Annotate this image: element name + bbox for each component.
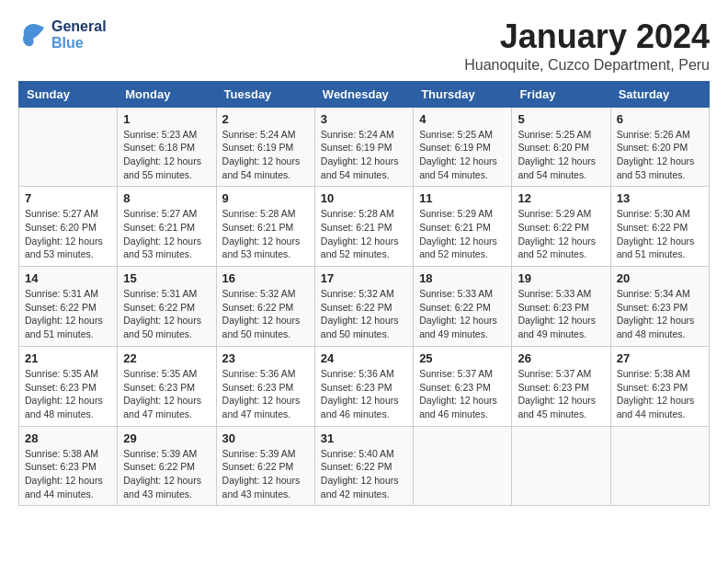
day-of-week-header: Wednesday [314, 81, 413, 107]
calendar-week-row: 28Sunrise: 5:38 AM Sunset: 6:23 PM Dayli… [19, 426, 710, 506]
day-info: Sunrise: 5:27 AM Sunset: 6:21 PM Dayligh… [123, 207, 210, 261]
day-number: 3 [321, 112, 407, 126]
day-number: 27 [617, 351, 703, 365]
day-number: 14 [25, 271, 111, 285]
day-info: Sunrise: 5:30 AM Sunset: 6:22 PM Dayligh… [617, 207, 703, 261]
calendar-day-cell: 16Sunrise: 5:32 AM Sunset: 6:22 PM Dayli… [216, 267, 314, 347]
day-number: 25 [419, 351, 506, 365]
day-info: Sunrise: 5:35 AM Sunset: 6:23 PM Dayligh… [123, 367, 210, 421]
day-info: Sunrise: 5:34 AM Sunset: 6:23 PM Dayligh… [617, 287, 703, 341]
day-number: 16 [222, 271, 309, 285]
day-number: 24 [321, 351, 407, 365]
calendar-day-cell [414, 426, 512, 506]
day-number: 30 [222, 431, 309, 445]
calendar-header-row: SundayMondayTuesdayWednesdayThursdayFrid… [19, 81, 710, 107]
day-of-week-header: Saturday [610, 81, 709, 107]
day-info: Sunrise: 5:26 AM Sunset: 6:20 PM Dayligh… [617, 128, 703, 182]
day-info: Sunrise: 5:24 AM Sunset: 6:19 PM Dayligh… [222, 128, 309, 182]
calendar-day-cell: 9Sunrise: 5:28 AM Sunset: 6:21 PM Daylig… [216, 187, 314, 267]
day-number: 29 [123, 431, 210, 445]
calendar-day-cell: 31Sunrise: 5:40 AM Sunset: 6:22 PM Dayli… [314, 426, 413, 506]
calendar-day-cell: 10Sunrise: 5:28 AM Sunset: 6:21 PM Dayli… [314, 187, 413, 267]
day-of-week-header: Thursday [414, 81, 512, 107]
day-info: Sunrise: 5:29 AM Sunset: 6:21 PM Dayligh… [419, 207, 506, 261]
calendar-week-row: 1Sunrise: 5:23 AM Sunset: 6:18 PM Daylig… [19, 107, 710, 187]
day-number: 26 [518, 351, 604, 365]
calendar-day-cell [19, 107, 118, 187]
page-header: General Blue January 2024 Huanoquite, Cu… [18, 18, 710, 74]
calendar-day-cell: 26Sunrise: 5:37 AM Sunset: 6:23 PM Dayli… [512, 346, 610, 426]
day-number: 28 [25, 431, 111, 445]
day-info: Sunrise: 5:23 AM Sunset: 6:18 PM Dayligh… [123, 128, 210, 182]
day-info: Sunrise: 5:38 AM Sunset: 6:23 PM Dayligh… [25, 447, 111, 501]
day-info: Sunrise: 5:32 AM Sunset: 6:22 PM Dayligh… [321, 287, 407, 341]
calendar-week-row: 7Sunrise: 5:27 AM Sunset: 6:20 PM Daylig… [19, 187, 710, 267]
calendar-week-row: 14Sunrise: 5:31 AM Sunset: 6:22 PM Dayli… [19, 267, 710, 347]
day-number: 20 [617, 271, 703, 285]
day-info: Sunrise: 5:29 AM Sunset: 6:22 PM Dayligh… [518, 207, 604, 261]
day-number: 19 [518, 271, 604, 285]
calendar-day-cell: 5Sunrise: 5:25 AM Sunset: 6:20 PM Daylig… [512, 107, 610, 187]
calendar-day-cell: 12Sunrise: 5:29 AM Sunset: 6:22 PM Dayli… [512, 187, 610, 267]
day-number: 10 [321, 191, 407, 205]
calendar-title: January 2024 [464, 18, 710, 55]
calendar-day-cell: 24Sunrise: 5:36 AM Sunset: 6:23 PM Dayli… [314, 346, 413, 426]
day-of-week-header: Monday [118, 81, 216, 107]
day-info: Sunrise: 5:33 AM Sunset: 6:22 PM Dayligh… [419, 287, 506, 341]
title-section: January 2024 Huanoquite, Cuzco Departmen… [464, 18, 710, 74]
calendar-day-cell: 19Sunrise: 5:33 AM Sunset: 6:23 PM Dayli… [512, 267, 610, 347]
calendar-day-cell: 11Sunrise: 5:29 AM Sunset: 6:21 PM Dayli… [414, 187, 512, 267]
day-info: Sunrise: 5:32 AM Sunset: 6:22 PM Dayligh… [222, 287, 309, 341]
calendar-day-cell: 14Sunrise: 5:31 AM Sunset: 6:22 PM Dayli… [19, 267, 118, 347]
calendar-day-cell: 1Sunrise: 5:23 AM Sunset: 6:18 PM Daylig… [118, 107, 216, 187]
day-info: Sunrise: 5:37 AM Sunset: 6:23 PM Dayligh… [419, 367, 506, 421]
day-number: 21 [25, 351, 111, 365]
day-number: 6 [617, 112, 703, 126]
day-number: 9 [222, 191, 309, 205]
calendar-day-cell: 4Sunrise: 5:25 AM Sunset: 6:19 PM Daylig… [414, 107, 512, 187]
day-number: 18 [419, 271, 506, 285]
day-number: 13 [617, 191, 703, 205]
day-number: 17 [321, 271, 407, 285]
calendar-week-row: 21Sunrise: 5:35 AM Sunset: 6:23 PM Dayli… [19, 346, 710, 426]
day-info: Sunrise: 5:27 AM Sunset: 6:20 PM Dayligh… [25, 207, 111, 261]
calendar-day-cell: 8Sunrise: 5:27 AM Sunset: 6:21 PM Daylig… [118, 187, 216, 267]
logo-icon [18, 22, 48, 48]
day-of-week-header: Tuesday [216, 81, 314, 107]
calendar-day-cell: 28Sunrise: 5:38 AM Sunset: 6:23 PM Dayli… [19, 426, 118, 506]
calendar-day-cell [610, 426, 709, 506]
calendar-day-cell: 15Sunrise: 5:31 AM Sunset: 6:22 PM Dayli… [118, 267, 216, 347]
calendar-day-cell: 20Sunrise: 5:34 AM Sunset: 6:23 PM Dayli… [610, 267, 709, 347]
calendar-day-cell: 13Sunrise: 5:30 AM Sunset: 6:22 PM Dayli… [610, 187, 709, 267]
day-info: Sunrise: 5:35 AM Sunset: 6:23 PM Dayligh… [25, 367, 111, 421]
day-info: Sunrise: 5:28 AM Sunset: 6:21 PM Dayligh… [321, 207, 407, 261]
day-number: 15 [123, 271, 210, 285]
calendar-day-cell: 6Sunrise: 5:26 AM Sunset: 6:20 PM Daylig… [610, 107, 709, 187]
day-info: Sunrise: 5:31 AM Sunset: 6:22 PM Dayligh… [25, 287, 111, 341]
calendar-day-cell: 25Sunrise: 5:37 AM Sunset: 6:23 PM Dayli… [414, 346, 512, 426]
day-info: Sunrise: 5:31 AM Sunset: 6:22 PM Dayligh… [123, 287, 210, 341]
day-info: Sunrise: 5:25 AM Sunset: 6:19 PM Dayligh… [419, 128, 506, 182]
day-number: 23 [222, 351, 309, 365]
day-info: Sunrise: 5:33 AM Sunset: 6:23 PM Dayligh… [518, 287, 604, 341]
calendar-day-cell: 21Sunrise: 5:35 AM Sunset: 6:23 PM Dayli… [19, 346, 118, 426]
calendar-subtitle: Huanoquite, Cuzco Department, Peru [464, 57, 710, 74]
day-info: Sunrise: 5:36 AM Sunset: 6:23 PM Dayligh… [222, 367, 309, 421]
day-info: Sunrise: 5:36 AM Sunset: 6:23 PM Dayligh… [321, 367, 407, 421]
calendar-day-cell [512, 426, 610, 506]
calendar-day-cell: 22Sunrise: 5:35 AM Sunset: 6:23 PM Dayli… [118, 346, 216, 426]
day-info: Sunrise: 5:40 AM Sunset: 6:22 PM Dayligh… [321, 447, 407, 501]
day-info: Sunrise: 5:38 AM Sunset: 6:23 PM Dayligh… [617, 367, 703, 421]
day-info: Sunrise: 5:39 AM Sunset: 6:22 PM Dayligh… [222, 447, 309, 501]
calendar-day-cell: 7Sunrise: 5:27 AM Sunset: 6:20 PM Daylig… [19, 187, 118, 267]
calendar-day-cell: 29Sunrise: 5:39 AM Sunset: 6:22 PM Dayli… [118, 426, 216, 506]
day-of-week-header: Sunday [19, 81, 118, 107]
day-info: Sunrise: 5:37 AM Sunset: 6:23 PM Dayligh… [518, 367, 604, 421]
day-info: Sunrise: 5:24 AM Sunset: 6:19 PM Dayligh… [321, 128, 407, 182]
day-number: 1 [123, 112, 210, 126]
logo: General Blue [18, 18, 107, 52]
day-number: 7 [25, 191, 111, 205]
day-info: Sunrise: 5:28 AM Sunset: 6:21 PM Dayligh… [222, 207, 309, 261]
day-number: 4 [419, 112, 506, 126]
calendar-day-cell: 30Sunrise: 5:39 AM Sunset: 6:22 PM Dayli… [216, 426, 314, 506]
